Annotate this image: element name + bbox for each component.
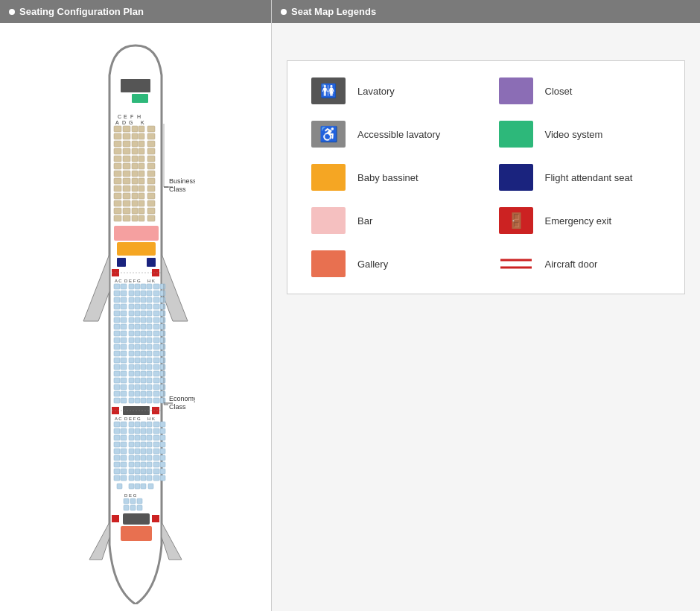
svg-rect-263 (153, 435, 159, 440)
svg-rect-308 (135, 475, 140, 481)
svg-rect-50 (132, 178, 138, 184)
svg-rect-187 (129, 364, 134, 370)
svg-rect-180 (135, 358, 140, 363)
svg-rect-66 (139, 200, 144, 206)
svg-rect-160 (160, 338, 165, 343)
svg-rect-13 (114, 126, 121, 132)
svg-rect-319 (124, 498, 129, 504)
svg-rect-58 (114, 193, 121, 199)
svg-rect-143 (153, 324, 159, 329)
svg-rect-126 (147, 311, 152, 316)
svg-rect-99 (129, 291, 134, 296)
svg-rect-67 (147, 200, 155, 206)
svg-rect-202 (121, 378, 127, 383)
header-dot-right (281, 9, 287, 15)
svg-rect-348 (311, 250, 346, 277)
svg-rect-200 (160, 371, 165, 376)
svg-rect-235 (152, 407, 159, 414)
svg-rect-345 (311, 207, 346, 234)
svg-rect-80 (117, 242, 156, 256)
svg-rect-198 (147, 371, 152, 376)
svg-rect-203 (129, 378, 134, 383)
svg-rect-279 (153, 449, 159, 454)
svg-rect-112 (160, 297, 165, 303)
svg-rect-125 (141, 311, 146, 316)
svg-rect-30 (132, 148, 138, 154)
svg-rect-59 (123, 193, 130, 199)
svg-rect-105 (114, 297, 120, 303)
svg-rect-156 (135, 338, 140, 343)
svg-rect-72 (147, 208, 155, 214)
svg-rect-258 (121, 435, 127, 440)
svg-rect-265 (114, 442, 120, 447)
svg-rect-167 (153, 344, 159, 349)
svg-rect-136 (160, 317, 165, 323)
svg-rect-89 (114, 284, 120, 289)
svg-rect-280 (160, 449, 165, 454)
svg-rect-259 (129, 435, 134, 440)
svg-rect-73 (114, 215, 121, 221)
svg-rect-75 (132, 215, 138, 221)
svg-rect-151 (153, 331, 159, 336)
svg-rect-177 (114, 358, 120, 363)
svg-rect-218 (121, 391, 127, 396)
svg-rect-157 (141, 338, 146, 343)
svg-rect-135 (153, 317, 159, 323)
svg-rect-342 (499, 121, 533, 148)
svg-rect-294 (147, 462, 152, 467)
svg-rect-297 (114, 469, 120, 474)
svg-rect-296 (160, 462, 165, 467)
svg-rect-244 (135, 422, 140, 427)
svg-rect-241 (114, 422, 120, 427)
svg-rect-122 (121, 311, 127, 316)
gallery-icon (310, 249, 347, 279)
svg-rect-304 (160, 469, 165, 474)
svg-rect-155 (129, 338, 134, 343)
svg-rect-252 (135, 428, 140, 434)
svg-rect-210 (121, 384, 127, 390)
svg-rect-95 (153, 284, 159, 289)
gallery-label: Gallery (357, 259, 388, 270)
svg-rect-253 (141, 428, 146, 434)
svg-text:Class: Class (169, 186, 186, 193)
svg-text:🚪: 🚪 (506, 212, 525, 229)
svg-rect-312 (160, 475, 165, 481)
svg-rect-165 (141, 344, 146, 349)
svg-rect-106 (121, 297, 127, 303)
video-system-icon (497, 119, 535, 149)
svg-rect-178 (121, 358, 127, 363)
svg-rect-287 (153, 455, 159, 460)
svg-rect-288 (160, 455, 165, 460)
svg-rect-90 (121, 284, 127, 289)
svg-rect-284 (135, 455, 140, 460)
svg-rect-16 (139, 126, 144, 132)
svg-rect-326 (112, 515, 119, 522)
svg-rect-113 (114, 304, 120, 309)
svg-rect-140 (135, 324, 140, 329)
svg-rect-321 (137, 498, 142, 504)
svg-rect-158 (147, 338, 152, 343)
svg-rect-216 (160, 384, 165, 390)
svg-rect-41 (139, 163, 144, 169)
svg-rect-102 (147, 291, 152, 296)
svg-rect-17 (147, 126, 155, 132)
svg-text:🚻: 🚻 (320, 83, 337, 99)
svg-rect-298 (121, 469, 127, 474)
svg-rect-166 (147, 344, 152, 349)
svg-rect-23 (114, 141, 121, 147)
svg-rect-324 (137, 505, 142, 510)
svg-rect-149 (141, 331, 146, 336)
legend-grid: 🚻 Lavatory Closet (310, 76, 662, 279)
svg-rect-77 (147, 215, 155, 221)
svg-rect-255 (153, 428, 159, 434)
svg-rect-40 (132, 163, 138, 169)
svg-rect-176 (160, 351, 165, 356)
svg-rect-251 (129, 428, 134, 434)
svg-rect-246 (147, 422, 152, 427)
svg-rect-71 (139, 208, 144, 214)
svg-rect-52 (147, 178, 155, 184)
svg-rect-39 (123, 163, 130, 169)
svg-rect-175 (153, 351, 159, 356)
seat-map-area: C E F H A D G K (0, 23, 271, 611)
svg-text:D: D (122, 120, 126, 125)
